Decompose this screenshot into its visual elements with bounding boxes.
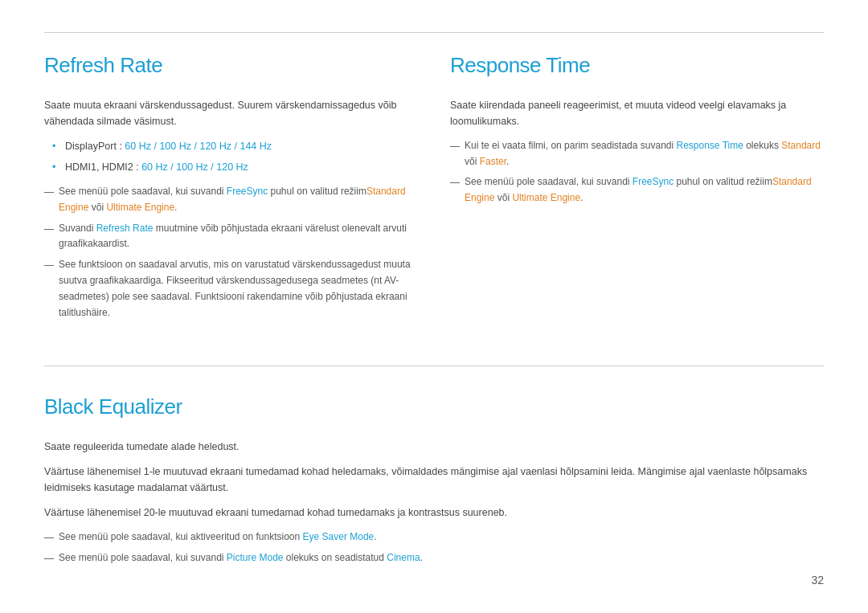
black-eq-para2: Väärtuse lähenemisel 1-le muutuvad ekraa… [44, 464, 824, 497]
resp-note-dash-2: — [450, 175, 460, 191]
black-equalizer-title: Black Equalizer [44, 390, 824, 424]
refresh-note-3-text: See funktsioon on saadaval arvutis, mis … [59, 257, 418, 321]
response-note-1: — Kui te ei vaata filmi, on parim seadis… [450, 138, 824, 170]
hdmi-text: HDMI1, HDMI2 : 60 Hz / 100 Hz / 120 Hz [65, 161, 248, 173]
refresh-note-1: — See menüü pole saadaval, kui suvandi F… [44, 184, 418, 216]
faster-link: Faster [480, 156, 506, 167]
black-eq-para3: Väärtuse lähenemisel 20-le muutuvad ekra… [44, 505, 824, 521]
refresh-note-1-text: See menüü pole saadaval, kui suvandi Fre… [59, 184, 418, 216]
top-divider [44, 32, 824, 33]
refresh-note-2-text: Suvandi Refresh Rate muutmine võib põhju… [59, 221, 418, 253]
eye-saver-link: Eye Saver Mode [303, 531, 375, 542]
ultimate-engine-link-1: Ultimate Engine [106, 202, 174, 213]
response-time-body: Saate kiirendada paneeli reageerimist, e… [450, 97, 824, 206]
response-time-section: Response Time Saate kiirendada paneeli r… [450, 49, 824, 325]
response-time-intro: Saate kiirendada paneeli reageerimist, e… [450, 97, 824, 130]
response-time-title: Response Time [450, 49, 824, 83]
black-equalizer-section: Black Equalizer Saate reguleerida tumeda… [44, 390, 824, 572]
freesync-link-2: FreeSync [633, 176, 674, 187]
black-eq-note-1: — See menüü pole saadaval, kui aktiveeri… [44, 529, 824, 546]
refresh-note-3: — See funktsioon on saadaval arvutis, mi… [44, 257, 418, 321]
displayport-text: DisplayPort : 60 Hz / 100 Hz / 120 Hz / … [65, 141, 272, 152]
black-equalizer-body: Saate reguleerida tumedate alade heledus… [44, 439, 824, 567]
black-eq-para1: Saate reguleerida tumedate alade heledus… [44, 439, 824, 456]
ultimate-engine-link-2: Ultimate Engine [512, 192, 580, 203]
refresh-rate-title: Refresh Rate [44, 49, 418, 83]
refresh-rate-body: Saate muuta ekraani värskendussagedust. … [44, 97, 418, 321]
refresh-rate-intro: Saate muuta ekraani värskendussagedust. … [44, 97, 418, 130]
response-note-1-text: Kui te ei vaata filmi, on parim seadista… [465, 138, 824, 170]
picture-mode-link: Picture Mode [227, 552, 284, 563]
cinema-link: Cinema [387, 552, 420, 563]
response-time-link: Response Time [676, 140, 743, 151]
response-note-2: — See menüü pole saadaval, kui suvandi F… [450, 174, 824, 206]
beq-note-dash-1: — [44, 530, 54, 546]
response-note-2-text: See menüü pole saadaval, kui suvandi Fre… [465, 174, 824, 206]
black-eq-note-1-text: See menüü pole saadaval, kui aktiveeritu… [59, 529, 377, 546]
bullet-displayport: DisplayPort : 60 Hz / 100 Hz / 120 Hz / … [52, 138, 418, 155]
section-divider [44, 366, 824, 366]
black-eq-note-2: — See menüü pole saadaval, kui suvandi P… [44, 550, 824, 567]
bullet-hdmi: HDMI1, HDMI2 : 60 Hz / 100 Hz / 120 Hz [52, 159, 418, 176]
displayport-values: 60 Hz / 100 Hz / 120 Hz / 144 Hz [125, 141, 272, 152]
note-dash-1: — [44, 185, 54, 201]
freesync-link-1: FreeSync [227, 186, 268, 197]
hdmi-values: 60 Hz / 100 Hz / 120 Hz [141, 161, 248, 173]
page-container: Refresh Rate Saate muuta ekraani värsken… [0, 0, 868, 613]
note-dash-2: — [44, 222, 54, 238]
refresh-rate-bullets: DisplayPort : 60 Hz / 100 Hz / 120 Hz / … [52, 138, 418, 176]
refresh-note-2: — Suvandi Refresh Rate muutmine võib põh… [44, 221, 418, 253]
beq-note-dash-2: — [44, 551, 54, 567]
two-column-layout: Refresh Rate Saate muuta ekraani värsken… [44, 49, 824, 325]
black-eq-note-2-text: See menüü pole saadaval, kui suvandi Pic… [59, 550, 423, 566]
resp-note-dash-1: — [450, 139, 460, 155]
refresh-rate-link: Refresh Rate [96, 223, 154, 234]
refresh-rate-section: Refresh Rate Saate muuta ekraani värsken… [44, 49, 418, 325]
standard-link: Standard [781, 140, 821, 151]
note-dash-3: — [44, 258, 54, 274]
page-number: 32 [811, 571, 824, 589]
